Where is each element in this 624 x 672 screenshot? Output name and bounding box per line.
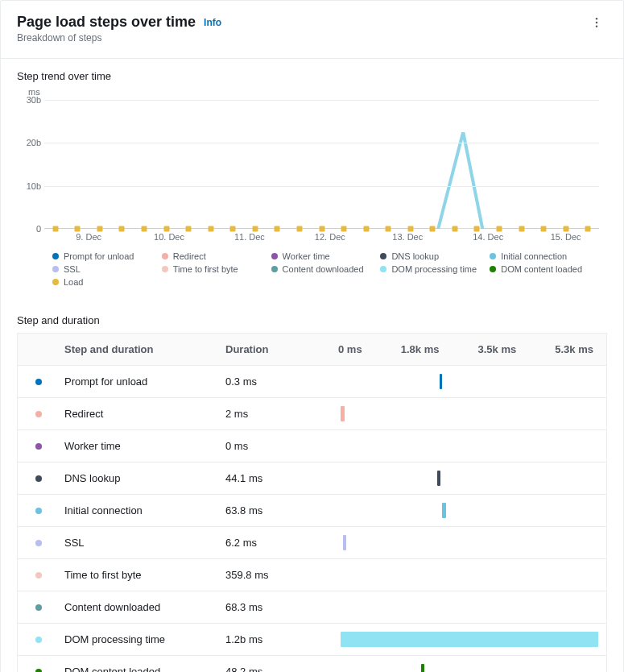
chart-section: Step trend over time ms 010b20b30b9. Dec… (1, 59, 623, 303)
step-duration-table: Step and duration Duration 0 ms1.8k ms3.… (17, 333, 607, 672)
legend-item[interactable]: Time to first byte (162, 264, 271, 274)
table-row[interactable]: DOM processing time1.2b ms (18, 624, 606, 656)
chart-point-marker (275, 226, 280, 232)
row-step-label: Redirect (64, 408, 225, 420)
more-actions-button[interactable] (586, 14, 607, 31)
chart-point-marker (208, 226, 213, 232)
row-duration: 2 ms (225, 408, 338, 420)
more-vertical-icon (591, 17, 602, 28)
legend-item[interactable]: Worker time (271, 251, 381, 261)
page-load-panel: Page load steps over time Info Breakdown… (0, 0, 624, 672)
row-bar-cell (338, 463, 606, 494)
table-row[interactable]: Worker time0 ms (18, 430, 606, 463)
row-bar-cell (338, 527, 606, 558)
table-row[interactable]: Initial connection63.8 ms (18, 495, 606, 527)
legend-label: Redirect (173, 251, 206, 261)
legend-swatch (490, 266, 496, 272)
table-row[interactable]: Time to first byte359.8 ms (18, 559, 606, 591)
x-tick-label: 13. Dec (392, 232, 423, 242)
row-step-label: DOM content loaded (64, 666, 225, 672)
legend-item[interactable]: Initial connection (490, 251, 599, 261)
chart-point-marker (407, 226, 413, 232)
legend-label: SSL (64, 264, 81, 274)
chart-point-marker (163, 226, 169, 232)
chart-point-marker (474, 226, 480, 232)
legend-label: Load (64, 277, 83, 287)
y-tick-label: 30b (17, 95, 41, 105)
table-row[interactable]: Content downloaded68.3 ms (18, 591, 606, 624)
x-tick-label: 14. Dec (473, 232, 503, 242)
table-row[interactable]: Prompt for unload0.3 ms (18, 366, 606, 398)
row-duration: 6.2 ms (225, 537, 338, 549)
row-color-dot (35, 604, 42, 611)
row-bar-cell (338, 366, 606, 397)
table-row[interactable]: DNS lookup44.1 ms (18, 463, 606, 495)
chart-point-marker (296, 226, 302, 232)
row-bar-cell (338, 591, 606, 623)
grid-line (44, 100, 599, 101)
legend-item[interactable]: Content downloaded (271, 264, 381, 274)
legend-swatch (380, 266, 386, 272)
legend-item[interactable]: SSL (52, 264, 162, 274)
legend-swatch (271, 266, 278, 272)
row-step-label: Time to first byte (64, 569, 225, 581)
table-row[interactable]: Redirect2 ms (18, 398, 606, 430)
chart-point-marker (119, 226, 125, 232)
info-link[interactable]: Info (204, 17, 221, 28)
chart-point-marker (452, 226, 457, 232)
row-color-dot (35, 508, 42, 514)
legend-swatch (52, 266, 59, 272)
chart-point-marker (319, 226, 324, 232)
row-bar-cell (338, 656, 606, 672)
chart-point-marker (186, 226, 192, 232)
legend-swatch (380, 253, 386, 259)
legend-swatch (162, 253, 168, 259)
row-duration: 359.8 ms (225, 569, 338, 581)
svg-point-2 (596, 26, 597, 27)
chart-point-marker (97, 226, 102, 232)
svg-point-1 (596, 22, 597, 23)
chart-point-marker (75, 226, 81, 232)
legend-item[interactable]: Load (52, 277, 162, 287)
chart-point-marker (386, 226, 391, 232)
chart-point-marker (585, 226, 591, 232)
grid-line (44, 186, 599, 187)
legend-item[interactable]: DNS lookup (380, 251, 490, 261)
row-step-label: Initial connection (64, 504, 225, 516)
legend-item[interactable]: Redirect (162, 251, 271, 261)
legend-label: Prompt for unload (64, 251, 134, 261)
bar-scale-tick: 5.3k ms (555, 343, 593, 355)
legend-label: DOM processing time (391, 264, 477, 274)
row-step-label: SSL (64, 537, 225, 549)
chart-point-marker (252, 226, 258, 232)
legend-item[interactable]: DOM content loaded (490, 264, 599, 274)
row-color-dot (35, 572, 42, 579)
row-step-label: DNS lookup (64, 472, 225, 484)
row-step-label: Content downloaded (64, 601, 225, 613)
row-duration: 0 ms (225, 440, 338, 452)
col-header-duration[interactable]: Duration (225, 337, 338, 362)
x-tick-label: 9. Dec (76, 232, 101, 242)
row-color-dot (35, 443, 42, 450)
grid-line (44, 143, 599, 143)
duration-bar (440, 374, 442, 389)
row-step-label: DOM processing time (64, 633, 225, 645)
legend-swatch (271, 253, 278, 259)
duration-bar (341, 406, 345, 421)
chart-wrap: ms 010b20b30b9. Dec10. Dec11. Dec12. Dec… (17, 87, 607, 247)
legend-item[interactable]: Prompt for unload (52, 251, 162, 261)
col-header-step[interactable]: Step and duration (64, 337, 225, 362)
table-row[interactable]: SSL6.2 ms (18, 527, 606, 559)
row-color-dot (35, 379, 42, 385)
legend-item[interactable]: DOM processing time (380, 264, 490, 274)
panel-header: Page load steps over time Info Breakdown… (1, 1, 623, 59)
duration-bar (341, 632, 598, 647)
trend-chart[interactable]: 010b20b30b9. Dec10. Dec11. Dec12. Dec13.… (44, 100, 599, 229)
row-step-label: Prompt for unload (64, 375, 225, 388)
row-bar-cell (338, 624, 606, 655)
chart-section-title: Step trend over time (17, 70, 607, 82)
row-bar-cell (338, 398, 606, 429)
legend-label: Time to first byte (173, 264, 238, 274)
table-row[interactable]: DOM content loaded48.2 ms (18, 656, 606, 672)
row-duration: 44.1 ms (225, 472, 338, 484)
